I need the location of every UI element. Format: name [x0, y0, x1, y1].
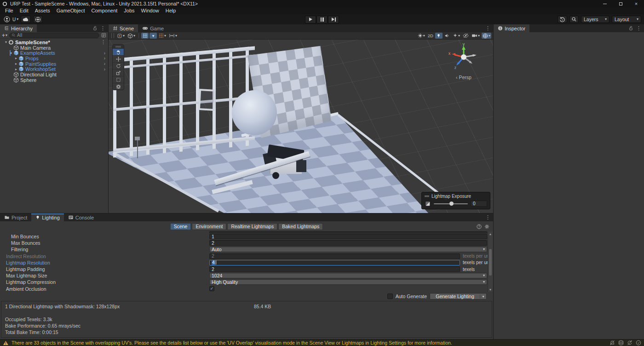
tab-project[interactable]: Project	[0, 213, 31, 221]
tree-open-icon[interactable]: ▾	[4, 40, 8, 44]
rotate-tool[interactable]	[113, 62, 124, 69]
2d-toggle[interactable]: 2D	[427, 33, 434, 39]
kebab-menu-icon[interactable]: ⋮	[100, 25, 105, 31]
hierarchy-item-maincamera[interactable]: Main Camera	[0, 45, 108, 51]
cache-server-icon[interactable]	[618, 340, 624, 346]
prefab-chevron-icon[interactable]: ›	[104, 67, 105, 72]
dropdown-lightmap-compression[interactable]: High Quality▾	[209, 279, 487, 285]
lighting-tab-baked-lightmaps[interactable]: Baked Lightmaps	[278, 223, 323, 230]
scroll-down-icon[interactable]: ▼	[488, 287, 493, 292]
menu-file[interactable]: File	[2, 7, 17, 14]
scale-tool[interactable]	[113, 69, 124, 76]
lock-icon[interactable]	[628, 26, 633, 31]
kebab-menu-icon[interactable]: ⋮	[636, 25, 641, 31]
gizmos-dropdown[interactable]: ▾	[482, 33, 491, 39]
hand-tool[interactable]	[113, 48, 124, 55]
tree-closed-icon[interactable]: ▸	[14, 56, 18, 60]
scrollbar-thumb[interactable]	[489, 249, 492, 276]
tripod-prop[interactable]	[137, 140, 138, 158]
stud-wall-frame[interactable]	[113, 46, 255, 158]
tripod-head-prop[interactable]	[135, 137, 140, 140]
step-button[interactable]	[328, 16, 339, 23]
play-button[interactable]	[305, 16, 316, 23]
status-bar[interactable]: There are 33 objects in the Scene with o…	[0, 339, 644, 346]
prefab-chevron-icon[interactable]: ›	[104, 61, 105, 66]
menu-assets[interactable]: Assets	[32, 7, 53, 14]
help-icon[interactable]	[477, 224, 482, 229]
hierarchy-item-paintsupplies[interactable]: ▸PaintSupplies›	[0, 61, 108, 67]
gear-icon[interactable]	[484, 224, 489, 229]
tab-inspector[interactable]: Inspector	[494, 24, 529, 32]
effects-dropdown[interactable]: ▾	[452, 33, 461, 39]
menu-window[interactable]: Window	[138, 7, 162, 14]
generate-lighting-button[interactable]: Generate Lighting ▾	[430, 293, 487, 300]
menu-help[interactable]: Help	[162, 7, 179, 14]
pivot-mode-dropdown[interactable]: ▾	[116, 33, 126, 39]
grid-snapping-toggle[interactable]	[141, 33, 149, 39]
menu-component[interactable]: Component	[88, 7, 121, 14]
exposure-icon[interactable]	[425, 201, 431, 207]
hierarchy-item-props[interactable]: ▸Props›	[0, 56, 108, 61]
minimize-button[interactable]	[597, 0, 613, 7]
dropdown-filtering[interactable]: Auto▾	[209, 247, 487, 252]
field-min-bounces[interactable]: 1	[209, 234, 487, 239]
search-picker-icon[interactable]	[101, 33, 106, 38]
projection-mode-label[interactable]: ‹ Persp	[444, 75, 483, 80]
table-saw-wheel[interactable]	[272, 172, 279, 179]
lighting-tab-realtime-lightmaps[interactable]: Realtime Lightmaps	[227, 223, 277, 230]
rect-tool[interactable]	[113, 76, 124, 83]
tab-lighting[interactable]: Lighting	[31, 213, 64, 221]
create-object-button[interactable]: +▾	[2, 32, 7, 39]
hidden-objects-toggle[interactable]	[462, 33, 470, 39]
scene-audio-toggle[interactable]	[443, 33, 451, 39]
hierarchy-item-workshopset[interactable]: ▸WorkshopSet›	[0, 66, 108, 72]
warning-message[interactable]: There are 33 objects in the Scene with o…	[12, 340, 452, 346]
field-lightmap-padding[interactable]: 2	[209, 266, 460, 272]
grid-snapping-dropdown[interactable]: ▾	[150, 33, 157, 39]
handle-orientation-dropdown[interactable]: ▾	[126, 33, 136, 39]
drag-handle-icon[interactable]	[425, 195, 429, 198]
slider-thumb[interactable]	[449, 202, 454, 206]
hanging-frame-prop[interactable]	[198, 89, 216, 111]
kebab-menu-icon[interactable]: ⋮	[101, 39, 106, 45]
camera-settings-dropdown[interactable]: ▾	[471, 33, 481, 39]
scene-lighting-toggle[interactable]	[435, 33, 443, 39]
notifications-muted-icon[interactable]	[610, 340, 615, 346]
prefab-chevron-icon[interactable]: ›	[104, 51, 105, 56]
account-dropdown[interactable]: U▾	[12, 17, 18, 22]
hierarchy-item-directionallight[interactable]: Directional Light	[0, 72, 108, 77]
checkbox-ambient-occlusion[interactable]: ✓	[209, 286, 214, 291]
pause-button[interactable]	[316, 16, 328, 23]
field-max-bounces[interactable]: 2	[209, 240, 487, 246]
menu-gameobject[interactable]: GameObject	[53, 7, 88, 14]
auto-generate-checkbox[interactable]	[387, 294, 393, 299]
kebab-menu-icon[interactable]: ⋮	[485, 214, 490, 220]
scene-viewport[interactable]: y x z ‹ Persp Lightmap Exposure	[109, 40, 493, 213]
kebab-menu-icon[interactable]: ⋮	[485, 25, 490, 31]
exposure-slider[interactable]	[434, 203, 468, 204]
settings-scrollbar[interactable]: ▲ ▼	[488, 231, 493, 292]
field-lightmap-resolution[interactable]: 4	[209, 260, 460, 265]
layout-dropdown[interactable]: Layout▾	[612, 16, 641, 23]
snap-increment-dropdown[interactable]: ▾	[168, 33, 178, 39]
tab-hierarchy[interactable]: Hierarchy	[0, 24, 37, 32]
hierarchy-item-exampleassets[interactable]: ▾ExampleAssets›	[0, 50, 108, 56]
tab-scene[interactable]: Scene	[109, 24, 138, 32]
search-button[interactable]	[569, 16, 579, 23]
dropdown-max-lightmap-size[interactable]: 1024▾	[209, 273, 487, 278]
shading-mode-dropdown[interactable]: ▾	[417, 33, 426, 39]
tree-closed-icon[interactable]: ▸	[14, 62, 18, 66]
version-control-button[interactable]	[33, 16, 43, 23]
hierarchy-item-sphere[interactable]: Sphere	[0, 77, 108, 83]
close-button[interactable]: ×	[628, 0, 644, 7]
tree-closed-icon[interactable]: ▸	[14, 67, 18, 71]
account-icon[interactable]	[4, 16, 10, 23]
tab-console[interactable]: Console	[64, 213, 98, 221]
lighting-tab-environment[interactable]: Environment	[192, 223, 226, 230]
move-tool[interactable]	[113, 55, 124, 62]
tab-game[interactable]: Game	[138, 24, 168, 32]
hierarchy-search-input[interactable]: All	[9, 33, 99, 38]
menu-jobs[interactable]: Jobs	[121, 7, 138, 14]
lightmap-exposure-overlay[interactable]: Lightmap Exposure 0	[421, 192, 490, 209]
undo-history-button[interactable]	[558, 16, 567, 23]
